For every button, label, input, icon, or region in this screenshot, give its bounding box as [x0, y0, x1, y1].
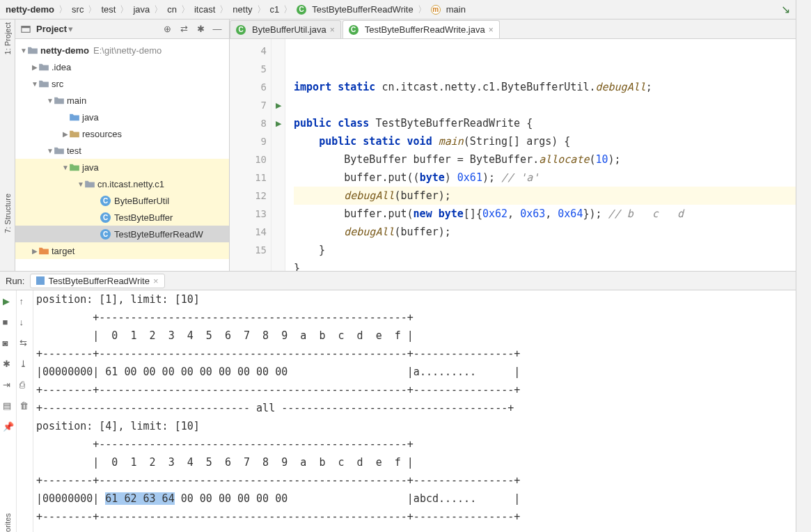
run-label: Run: [6, 276, 24, 286]
editor-tabs: CByteBufferUtil.java× CTestByteBufferRea… [230, 19, 811, 39]
tree-src[interactable]: ▼src [15, 75, 229, 92]
chevron-right-icon: 〉 [88, 3, 97, 16]
run-gutter[interactable]: ▶▶ [271, 39, 285, 271]
class-icon: C [297, 5, 306, 15]
left-tool-gutter: 1: Project 7: Structure [0, 19, 15, 271]
code-editor[interactable]: 456789101112131415 ▶▶ import static cn.i… [230, 39, 811, 271]
wrap-icon[interactable]: ⇆ [19, 338, 31, 349]
chevron-right-icon: 〉 [181, 3, 190, 16]
close-icon[interactable]: × [330, 25, 335, 35]
tree-java2[interactable]: ▼java [15, 159, 229, 175]
crumb-netty[interactable]: netty [233, 4, 252, 15]
right-gutter [796, 0, 811, 532]
chevron-right-icon: 〉 [154, 3, 163, 16]
down-icon[interactable]: ↓ [19, 317, 31, 328]
hide-icon[interactable]: — [211, 24, 223, 34]
crumb-c1[interactable]: c1 [270, 4, 280, 15]
tree-pkg[interactable]: ▼cn.itcast.netty.c1 [15, 175, 229, 192]
chevron-right-icon: 〉 [219, 3, 228, 16]
tree-resources[interactable]: ▶resources [15, 125, 229, 142]
code-body[interactable]: import static cn.itcast.netty.c1.ByteBuf… [285, 39, 811, 271]
chevron-right-icon: 〉 [283, 3, 292, 16]
chevron-right-icon: 〉 [58, 3, 68, 16]
run-marker-icon[interactable]: ▶ [271, 114, 285, 132]
crumb-java[interactable]: java [133, 4, 150, 15]
crumb-test[interactable]: test [101, 4, 116, 15]
sidebar-project[interactable]: 1: Project [3, 22, 12, 54]
up-icon[interactable]: ↑ [19, 296, 31, 307]
breadcrumb: netty-demo〉 src〉 test〉 java〉 cn〉 itcast〉… [0, 0, 811, 19]
svg-rect-1 [22, 26, 30, 28]
sidebar-structure[interactable]: 7: Structure [3, 194, 12, 233]
tree-target[interactable]: ▶target [15, 242, 229, 259]
chevron-right-icon: 〉 [120, 3, 129, 16]
close-icon[interactable]: × [153, 276, 159, 286]
project-title: Project [36, 24, 67, 34]
project-icon [21, 24, 31, 34]
tab-bytebufferutil[interactable]: CByteBufferUtil.java× [230, 20, 341, 38]
project-tree[interactable]: ▼netty-demoE:\git\netty-demo ▶.idea ▼src… [15, 39, 229, 271]
pin-icon[interactable]: 📌 [3, 421, 14, 432]
project-panel: Project ▾ ⊕ ⇄ ✱ — ▼netty-demoE:\git\nett… [15, 19, 230, 271]
chevron-right-icon: 〉 [418, 3, 427, 16]
tab-testreadwrite[interactable]: CTestByteBufferReadWrite.java× [342, 20, 500, 38]
sidebar-favorites[interactable]: orites [3, 513, 12, 532]
exit-icon[interactable]: ⇥ [3, 380, 14, 391]
line-gutter: 456789101112131415 [230, 39, 271, 271]
crumb-method[interactable]: main [446, 4, 466, 15]
tree-file-test2[interactable]: CTestByteBufferReadW [15, 226, 229, 242]
gear-icon[interactable]: ✱ [194, 24, 207, 34]
app-icon [36, 276, 45, 285]
camera-icon[interactable]: ◙ [3, 338, 14, 349]
crumb-root[interactable]: netty-demo [6, 4, 54, 15]
class-icon: C [349, 25, 359, 35]
run-config-tab[interactable]: TestByteBufferReadWrite × [30, 274, 164, 288]
close-icon[interactable]: × [489, 25, 494, 35]
class-icon: C [236, 25, 246, 35]
layout-icon[interactable]: ▤ [3, 400, 14, 412]
tree-file-test1[interactable]: CTestByteBuffer [15, 209, 229, 226]
editor-area: CByteBufferUtil.java× CTestByteBufferRea… [230, 19, 811, 271]
build-icon[interactable]: ↘ [781, 3, 790, 16]
project-panel-header: Project ▾ ⊕ ⇄ ✱ — [15, 19, 229, 39]
tree-root[interactable]: ▼netty-demoE:\git\netty-demo [15, 42, 229, 58]
collapse-icon[interactable]: ⇄ [178, 24, 190, 34]
stop-icon[interactable]: ■ [3, 317, 14, 328]
scroll-icon[interactable]: ⤓ [19, 359, 31, 370]
tree-main[interactable]: ▼main [15, 92, 229, 109]
run-toolbar-secondary: ↑ ↓ ⇆ ⤓ ⎙ 🗑 [17, 290, 33, 532]
tree-test[interactable]: ▼test [15, 142, 229, 159]
chevron-right-icon: 〉 [257, 3, 266, 16]
crumb-cn[interactable]: cn [167, 4, 177, 15]
crumb-itcast[interactable]: itcast [194, 4, 215, 15]
run-header: Run: TestByteBufferReadWrite × [0, 271, 811, 290]
console-selection: 61 62 63 64 [105, 492, 174, 505]
trash-icon[interactable]: 🗑 [19, 400, 31, 412]
run-marker-icon[interactable]: ▶ [271, 96, 285, 114]
tree-file-util[interactable]: CByteBufferUtil [15, 192, 229, 209]
console-output[interactable]: position: [1], limit: [10] +------------… [33, 290, 811, 532]
tree-idea[interactable]: ▶.idea [15, 58, 229, 75]
method-icon: m [431, 5, 441, 15]
locate-icon[interactable]: ⊕ [161, 24, 173, 34]
svg-rect-2 [36, 276, 45, 285]
tree-java1[interactable]: java [15, 109, 229, 125]
crumb-class[interactable]: TestByteBufferReadWrite [312, 4, 413, 15]
rerun-icon[interactable]: ▶ [3, 296, 14, 307]
crumb-src[interactable]: src [72, 4, 84, 15]
print-icon[interactable]: ⎙ [19, 380, 31, 391]
settings-icon[interactable]: ✱ [3, 359, 14, 370]
run-body: ▶ ■ ◙ ✱ ⇥ ▤ 📌 ↑ ↓ ⇆ ⤓ ⎙ 🗑 position: [1],… [0, 290, 811, 532]
chevron-down-icon[interactable]: ▾ [68, 24, 73, 34]
